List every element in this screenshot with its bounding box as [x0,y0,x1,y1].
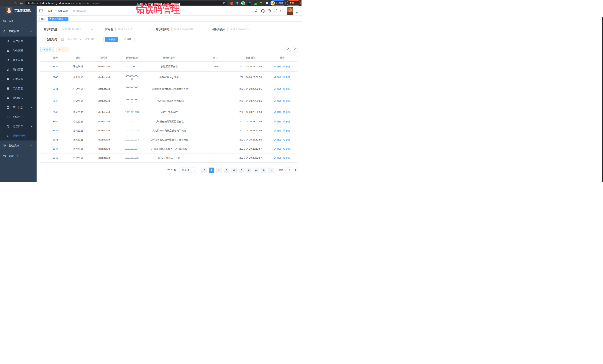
svg-text:on: on [255,3,256,5]
